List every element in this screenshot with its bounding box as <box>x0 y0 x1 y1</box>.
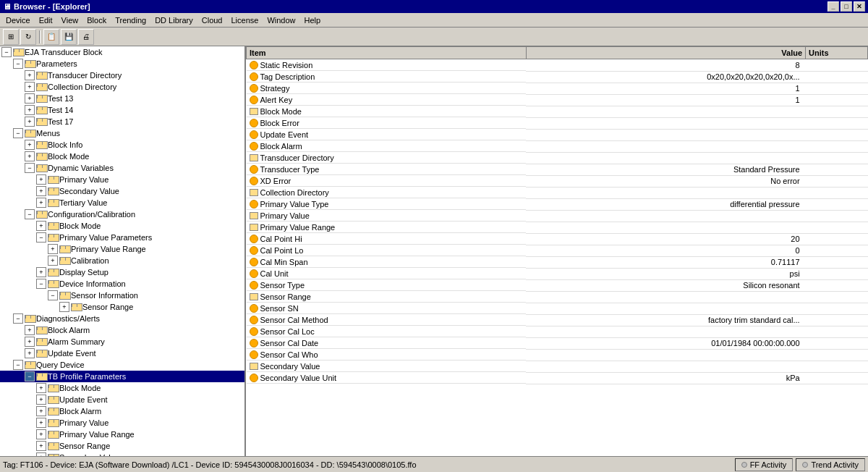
menu-cloud[interactable]: Cloud <box>197 14 227 26</box>
expand-icon-secondary-value-qd[interactable]: + <box>36 452 46 456</box>
table-row[interactable]: Static Revision8 <box>247 59 868 72</box>
table-row[interactable]: Transducer TypeStandard Pressure <box>247 164 868 175</box>
expand-icon-primary-value-range-qd[interactable]: + <box>36 429 46 439</box>
table-row[interactable]: Sensor Cal Date01/01/1984 00:00:00.000 <box>247 337 868 349</box>
table-row[interactable]: Sensor Cal Methodfactory trim standard c… <box>247 314 868 326</box>
expand-icon-query-device[interactable]: − <box>13 360 23 370</box>
tree-item-collection-directory[interactable]: + Collection Directory <box>0 81 244 93</box>
tree-item-display-setup[interactable]: + Display Setup <box>0 266 244 278</box>
expand-icon-test13[interactable]: + <box>25 93 35 104</box>
table-row[interactable]: Sensor SN <box>247 303 868 314</box>
expand-icon-sensor-information[interactable]: − <box>48 290 58 300</box>
table-row[interactable]: Strategy1 <box>247 83 868 94</box>
expand-icon-parameters[interactable]: − <box>13 59 23 69</box>
ff-activity-button[interactable]: FF Activity <box>735 458 793 471</box>
table-row[interactable]: Cal Unitpsi <box>247 268 868 279</box>
table-row[interactable]: Sensor Cal Who <box>247 349 868 361</box>
tree-item-block-mode-menu[interactable]: + Block Mode <box>0 151 244 162</box>
table-row[interactable]: Tag Description0x20,0x20,0x20,0x20,0x... <box>247 71 868 83</box>
menu-block[interactable]: Block <box>82 14 111 26</box>
tree-item-block-mode-cc[interactable]: + Block Mode <box>0 220 244 232</box>
table-row[interactable]: Block Error <box>247 117 868 129</box>
expand-icon-transducer-dir[interactable]: + <box>25 70 35 80</box>
tree-item-sensor-range-qd[interactable]: + Sensor Range <box>0 440 244 452</box>
expand-icon-block-alarm-qd[interactable]: + <box>36 406 46 416</box>
expand-icon-block-mode-menu[interactable]: + <box>25 151 35 161</box>
minimize-button[interactable]: _ <box>827 1 839 12</box>
expand-icon-primary-value-qd[interactable]: + <box>36 418 46 428</box>
expand-icon-primary-value-params[interactable]: − <box>36 232 46 243</box>
expand-icon-alarm-summary[interactable]: + <box>25 337 35 347</box>
tree-item-block-info[interactable]: + Block Info <box>0 139 244 151</box>
table-row[interactable]: Cal Point Lo0 <box>247 245 868 256</box>
menu-help[interactable]: Help <box>300 14 326 26</box>
table-row[interactable]: Block Alarm <box>247 140 868 152</box>
expand-icon-test14[interactable]: + <box>25 105 35 115</box>
tree-item-block-mode-qd[interactable]: + Block Mode <box>0 382 244 394</box>
tree-item-transducer-directory[interactable]: + Transducer Directory <box>0 69 244 81</box>
table-row[interactable]: Sensor Cal Loc <box>247 326 868 337</box>
tree-item-tertiary-value-dv[interactable]: + Tertiary Value <box>0 197 244 208</box>
table-row[interactable]: Cal Point Hi20 <box>247 233 868 245</box>
expand-icon-primary-value-range[interactable]: + <box>48 244 58 254</box>
expand-icon-root[interactable]: − <box>1 47 12 57</box>
expand-icon-block-mode-qd[interactable]: + <box>36 383 46 393</box>
table-row[interactable]: Sensor Range <box>247 291 868 303</box>
tree-item-tb-profile-params[interactable]: − TB Profile Parameters <box>0 371 244 382</box>
toolbar-btn-3[interactable]: 📋 <box>43 29 59 45</box>
expand-icon-block-info[interactable]: + <box>25 140 35 150</box>
expand-icon-secondary-value-dv[interactable]: + <box>36 186 46 196</box>
expand-icon-config-calibration[interactable]: − <box>25 209 35 219</box>
tree-panel[interactable]: − EJA Transducer Block − Parameters + Tr… <box>0 46 246 456</box>
expand-icon-menus[interactable]: − <box>13 128 23 138</box>
tree-item-dynamic-variables[interactable]: − Dynamic Variables <box>0 162 244 174</box>
menu-window[interactable]: Window <box>263 14 299 26</box>
menu-trending[interactable]: Trending <box>111 14 150 26</box>
expand-icon-tb-profile-params[interactable]: − <box>25 371 35 382</box>
toolbar-btn-4[interactable]: 💾 <box>61 29 77 45</box>
tree-item-query-device[interactable]: − Query Device <box>0 359 244 371</box>
expand-icon-device-information[interactable]: − <box>36 279 46 289</box>
expand-icon-dynamic-variables[interactable]: − <box>25 163 35 173</box>
menu-edit[interactable]: Edit <box>35 14 57 26</box>
table-row[interactable]: Block Mode <box>247 106 868 117</box>
tree-item-config-calibration[interactable]: − Configuration/Calibration <box>0 208 244 220</box>
tree-item-update-event-qd[interactable]: + Update Event <box>0 394 244 405</box>
table-row[interactable]: Cal Min Span0.71117 <box>247 256 868 268</box>
tree-item-test17[interactable]: + Test 17 <box>0 116 244 127</box>
tree-item-secondary-value-dv[interactable]: + Secondary Value <box>0 185 244 197</box>
tree-item-primary-value-qd[interactable]: + Primary Value <box>0 417 244 429</box>
table-row[interactable]: Primary Value Typedifferential pressure <box>247 198 868 210</box>
tree-item-primary-value-dv[interactable]: + Primary Value <box>0 174 244 185</box>
tree-item-primary-value-params[interactable]: − Primary Value Parameters <box>0 232 244 243</box>
table-row[interactable]: Update Event <box>247 129 868 140</box>
menu-dd-library[interactable]: DD Library <box>150 14 197 26</box>
table-row[interactable]: Primary Value Range <box>247 222 868 233</box>
tree-item-calibration[interactable]: + Calibration <box>0 255 244 266</box>
tree-item-menus[interactable]: − Menus <box>0 127 244 139</box>
tree-item-update-event[interactable]: + Update Event <box>0 347 244 359</box>
table-row[interactable]: Secondary Value <box>247 361 868 372</box>
tree-item-test14[interactable]: + Test 14 <box>0 104 244 116</box>
expand-icon-sensor-range-qd[interactable]: + <box>36 441 46 451</box>
table-row[interactable]: Transducer Directory <box>247 152 868 164</box>
tree-item-diagnostics[interactable]: − Diagnostics/Alerts <box>0 313 244 324</box>
tree-item-primary-value-range[interactable]: + Primary Value Range <box>0 243 244 255</box>
toolbar-btn-5[interactable]: 🖨 <box>78 29 94 45</box>
tree-item-test13[interactable]: + Test 13 <box>0 93 244 104</box>
tree-item-sensor-information[interactable]: − Sensor Information <box>0 290 244 301</box>
tree-item-block-alarm[interactable]: + Block Alarm <box>0 324 244 336</box>
maximize-button[interactable]: □ <box>841 1 852 12</box>
tree-item-secondary-value-qd[interactable]: + Secondary Value <box>0 452 244 456</box>
close-button[interactable]: ✕ <box>854 1 865 12</box>
tree-item-sensor-range[interactable]: + Sensor Range <box>0 301 244 313</box>
tree-item-device-information[interactable]: − Device Information <box>0 278 244 290</box>
tree-item-root[interactable]: − EJA Transducer Block <box>0 46 244 58</box>
trend-activity-button[interactable]: Trend Activity <box>796 458 865 471</box>
toolbar-btn-2[interactable]: ↻ <box>20 29 36 45</box>
menu-view[interactable]: View <box>57 14 83 26</box>
table-row[interactable]: Collection Directory <box>247 187 868 198</box>
table-row[interactable]: Alert Key1 <box>247 94 868 106</box>
expand-icon-calibration[interactable]: + <box>48 256 58 266</box>
expand-icon-sensor-range[interactable]: + <box>59 302 69 312</box>
